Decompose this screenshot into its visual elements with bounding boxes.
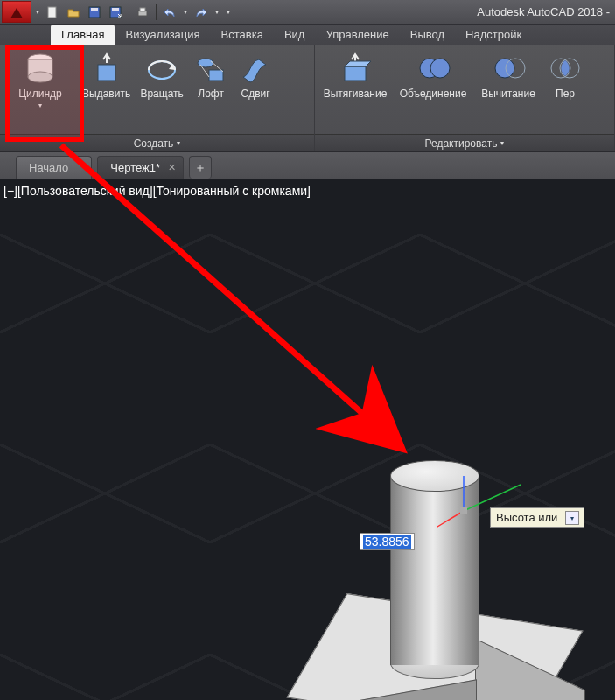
svg-rect-10: [98, 65, 115, 80]
undo-button[interactable]: [160, 3, 179, 22]
svg-point-17: [495, 59, 514, 78]
cylinder-body: [390, 474, 479, 665]
dynamic-input-field[interactable]: 53.8856: [360, 533, 415, 550]
intersect-icon: [548, 51, 583, 86]
undo-dropdown-icon[interactable]: ▾: [181, 3, 190, 22]
panel-edit-label: Редактировать: [425, 137, 498, 150]
tab-visualize[interactable]: Визуализация: [115, 24, 210, 46]
intersect-label: Пер: [556, 88, 575, 100]
extrude-button[interactable]: Выдавить: [79, 49, 134, 100]
tooltip-dropdown-icon[interactable]: ▾: [565, 511, 579, 525]
new-button[interactable]: [43, 3, 62, 22]
svg-rect-0: [48, 7, 56, 18]
cylinder-top-ellipse: [390, 460, 479, 492]
chevron-down-icon: ▾: [500, 139, 504, 147]
svg-point-9: [28, 72, 52, 82]
panel-edit: Вытягивание Объединение Вычитание Пер: [315, 46, 615, 151]
revolve-icon: [144, 51, 179, 86]
dynamic-input-value: 53.8856: [363, 535, 411, 549]
svg-rect-2: [91, 8, 98, 11]
revolve-label: Вращать: [140, 88, 183, 100]
intersect-button[interactable]: Пер: [544, 49, 586, 100]
save-button[interactable]: [85, 3, 104, 22]
chevron-down-icon: ▾: [38, 102, 42, 109]
presspull-icon: [338, 51, 373, 86]
tab-addins[interactable]: Надстройк: [455, 24, 532, 46]
union-icon: [416, 51, 451, 86]
model-viewport[interactable]: [−][Пользовательский вид][Тонированный с…: [0, 178, 615, 700]
saveas-button[interactable]: [106, 3, 125, 22]
union-label: Объединение: [400, 88, 467, 100]
doc-tab-drawing1-label: Чертеж1*: [110, 161, 160, 174]
cylinder-label: Цилиндр: [18, 88, 62, 100]
dynamic-input-tooltip: Высота или ▾: [490, 508, 584, 528]
tab-view[interactable]: Вид: [274, 24, 316, 46]
loft-label: Лофт: [198, 88, 224, 100]
close-icon[interactable]: ✕: [168, 162, 176, 173]
svg-point-12: [198, 59, 213, 67]
doc-tab-start-label: Начало: [29, 161, 68, 174]
redo-dropdown-icon[interactable]: ▾: [213, 3, 221, 22]
tab-insert[interactable]: Вставка: [211, 24, 274, 46]
ribbon-tab-strip: Главная Визуализация Вставка Вид Управле…: [0, 24, 615, 46]
ribbon: Цилиндр ▾ Выдавить Вращать Лофт: [0, 46, 615, 152]
subtract-label: Вычитание: [481, 88, 535, 100]
redo-button[interactable]: [192, 3, 211, 22]
window-title: Autodesk AutoCAD 2018 -: [477, 5, 610, 18]
app-menu-dropdown-icon[interactable]: ▾: [33, 1, 42, 23]
tab-manage[interactable]: Управление: [315, 24, 399, 46]
separator: [129, 4, 129, 20]
print-button[interactable]: [133, 3, 152, 22]
document-tab-bar: Начало Чертеж1* ✕ ＋: [0, 152, 615, 178]
doc-tab-drawing1[interactable]: Чертеж1* ✕: [97, 156, 184, 178]
sweep-icon: [238, 51, 273, 86]
svg-rect-14: [345, 66, 366, 80]
tooltip-text: Высота или: [496, 511, 557, 524]
scene-3d: [0, 178, 615, 700]
sweep-button[interactable]: Сдвиг: [234, 49, 277, 100]
tab-output[interactable]: Вывод: [400, 24, 455, 46]
subtract-button[interactable]: Вычитание: [474, 49, 542, 100]
svg-rect-13: [209, 70, 223, 80]
tab-home[interactable]: Главная: [51, 24, 115, 46]
presspull-button[interactable]: Вытягивание: [318, 49, 392, 100]
panel-edit-title[interactable]: Редактировать ▾: [315, 134, 614, 151]
cylinder-icon: [23, 51, 58, 86]
qat-customize-dropdown[interactable]: ▾: [223, 3, 234, 22]
sweep-label: Сдвиг: [241, 88, 270, 100]
loft-icon: [193, 51, 228, 86]
loft-button[interactable]: Лофт: [190, 49, 232, 100]
open-button[interactable]: [64, 3, 83, 22]
revolve-button[interactable]: Вращать: [136, 49, 188, 100]
presspull-label: Вытягивание: [324, 88, 388, 100]
panel-create-title[interactable]: Создать ▾: [0, 134, 314, 151]
svg-rect-4: [112, 8, 119, 11]
viewport-controls-label[interactable]: [−][Пользовательский вид][Тонированный с…: [3, 184, 311, 198]
app-menu-button[interactable]: [2, 1, 31, 23]
cylinder-button[interactable]: Цилиндр ▾: [3, 49, 77, 109]
svg-rect-6: [140, 8, 145, 11]
union-button[interactable]: Объединение: [394, 49, 472, 100]
doc-tab-start[interactable]: Начало: [16, 156, 92, 178]
panel-create-label: Создать: [134, 137, 174, 150]
new-tab-button[interactable]: ＋: [189, 156, 212, 178]
quick-access-toolbar: ▾ ▾ ▾ ▾ Autodesk AutoCAD 2018 -: [0, 0, 615, 24]
subtract-icon: [491, 51, 526, 86]
chevron-down-icon: ▾: [177, 139, 180, 147]
panel-create: Цилиндр ▾ Выдавить Вращать Лофт: [0, 46, 315, 151]
svg-point-16: [430, 59, 450, 78]
extrude-icon: [89, 51, 124, 86]
separator: [156, 4, 157, 20]
extrude-label: Выдавить: [82, 88, 130, 100]
autocad-logo-icon: [10, 8, 23, 18]
